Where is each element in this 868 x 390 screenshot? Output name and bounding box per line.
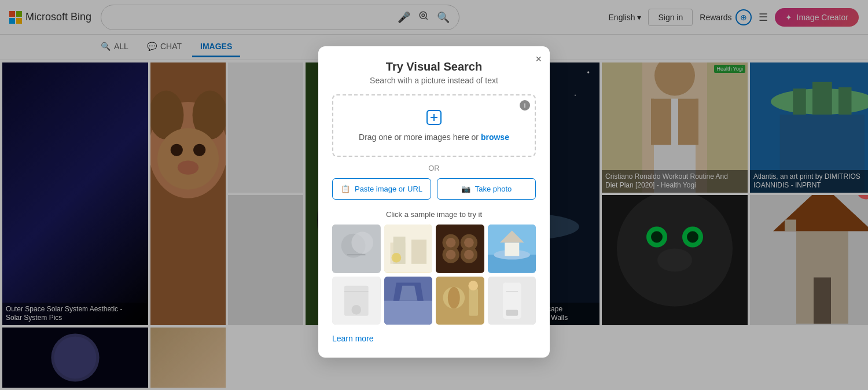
or-divider: OR <box>332 164 536 172</box>
info-icon[interactable]: i <box>520 100 530 111</box>
sample-image-3[interactable] <box>436 225 484 273</box>
camera-icon: 📷 <box>461 185 470 193</box>
svg-point-80 <box>446 238 456 248</box>
svg-point-82 <box>446 250 456 260</box>
sample-image-2[interactable] <box>384 225 433 273</box>
svg-point-99 <box>448 286 460 308</box>
browse-link[interactable]: browse <box>481 133 509 142</box>
svg-rect-73 <box>411 240 426 264</box>
svg-marker-96 <box>399 285 417 300</box>
svg-rect-100 <box>469 288 478 315</box>
modal-overlay[interactable]: × Try Visual Search Search with a pictur… <box>0 0 868 390</box>
sample-image-8[interactable] <box>488 277 536 325</box>
photo-label: Take photo <box>475 185 512 193</box>
svg-rect-94 <box>384 300 433 325</box>
paste-icon: 📋 <box>341 185 350 193</box>
svg-rect-105 <box>506 310 518 315</box>
sample-image-grid <box>332 225 536 325</box>
svg-point-81 <box>464 238 474 248</box>
modal-subtitle: Search with a picture instead of text <box>332 76 536 85</box>
svg-rect-87 <box>505 242 519 256</box>
action-buttons: 📋 Paste image or URL 📷 Take photo <box>332 178 536 200</box>
take-photo-button[interactable]: 📷 Take photo <box>437 178 536 200</box>
svg-point-68 <box>351 232 373 254</box>
svg-point-83 <box>464 250 474 260</box>
visual-search-modal: × Try Visual Search Search with a pictur… <box>318 46 550 358</box>
svg-point-101 <box>468 281 478 290</box>
sample-images-label: Click a sample image to try it <box>332 210 536 219</box>
svg-point-74 <box>391 253 401 263</box>
sample-image-7[interactable] <box>436 277 484 325</box>
drag-icon <box>343 109 525 129</box>
sample-image-1[interactable] <box>332 225 381 273</box>
svg-rect-75 <box>436 225 484 273</box>
drop-zone[interactable]: Drag one or more images here or browse i <box>332 94 536 157</box>
drag-text: Drag one or more images here or browse <box>343 133 525 142</box>
paste-label: Paste image or URL <box>355 185 422 193</box>
sample-image-4[interactable] <box>488 225 536 273</box>
paste-image-button[interactable]: 📋 Paste image or URL <box>332 178 431 200</box>
learn-more-link[interactable]: Learn more <box>332 334 374 343</box>
sample-image-6[interactable] <box>384 277 433 325</box>
sample-image-5[interactable] <box>332 277 381 325</box>
svg-point-92 <box>351 305 361 315</box>
modal-title: Try Visual Search <box>332 60 536 73</box>
modal-close-button[interactable]: × <box>535 53 542 65</box>
